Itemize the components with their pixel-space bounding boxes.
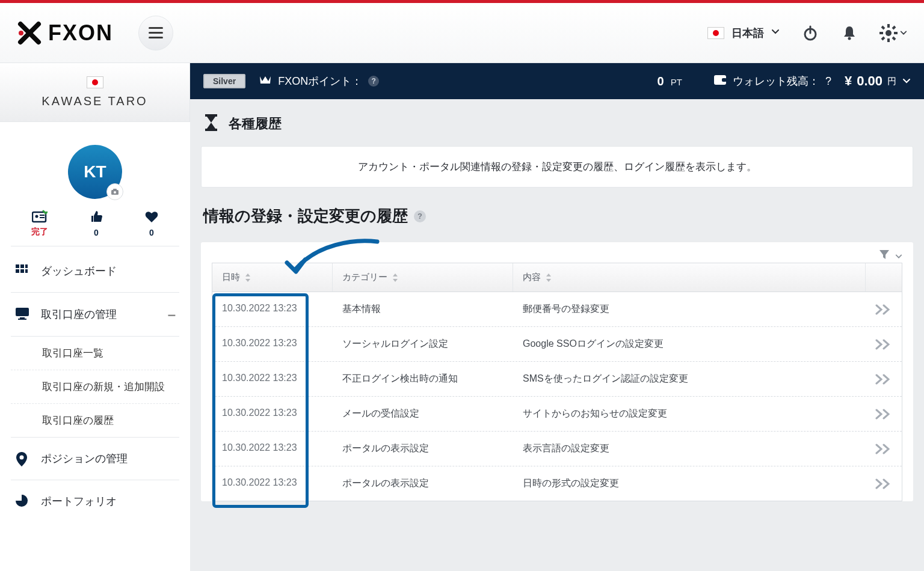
sort-icon [392, 273, 398, 282]
settings-button[interactable] [879, 24, 907, 42]
double-chevron-right-icon [875, 304, 892, 315]
svg-rect-26 [16, 308, 29, 316]
col-content[interactable]: 内容 [513, 263, 866, 292]
cell-content: SMSを使ったログイン認証の設定変更 [513, 362, 866, 396]
map-pin-icon [14, 451, 30, 466]
power-button[interactable] [801, 24, 819, 42]
svg-line-12 [882, 37, 884, 40]
row-expand[interactable] [866, 397, 902, 431]
section-title: 情報の登録・設定変更の履歴 [203, 206, 408, 227]
main-content: Silver FXONポイント： ? 0 PT ウォレット残高： ? [190, 63, 924, 571]
wallet-balance[interactable]: ¥ 0.00 円 [845, 73, 911, 89]
cell-datetime: 10.30.2022 13:23 [212, 292, 333, 326]
cell-category: ポータルの表示設定 [333, 466, 513, 501]
row-expand[interactable] [866, 292, 902, 326]
hamburger-menu-button[interactable] [138, 16, 173, 50]
nav-portfolio[interactable]: ポートフォリオ [11, 480, 179, 522]
status-bar: Silver FXONポイント： ? 0 PT ウォレット残高： ? [190, 63, 924, 99]
wallet-block: ウォレット残高： ? [713, 74, 831, 88]
row-expand[interactable] [866, 432, 902, 466]
svg-point-3 [848, 37, 851, 40]
col-actions [866, 263, 902, 292]
nav-dashboard[interactable]: ダッシュボード [11, 250, 179, 293]
table-filter[interactable] [201, 242, 913, 263]
page-title-row: 各種履歴 [190, 99, 924, 146]
nav-account-management[interactable]: 取引口座の管理 – [11, 293, 179, 337]
yen-symbol: ¥ [845, 73, 852, 89]
svg-rect-14 [113, 189, 117, 191]
table-row[interactable]: 10.30.2022 13:23基本情報郵便番号の登録変更 [212, 292, 902, 327]
cell-datetime: 10.30.2022 13:23 [212, 397, 333, 431]
cell-content: サイトからのお知らせの設定変更 [513, 397, 866, 431]
double-chevron-right-icon [875, 374, 892, 385]
points-value: 0 PT [658, 75, 682, 88]
double-chevron-right-icon [875, 478, 892, 489]
brand-logo[interactable]: FXON [17, 20, 113, 46]
cell-content: Google SSOログインの設定変更 [513, 327, 866, 361]
pie-chart-icon [14, 493, 30, 509]
page-description: アカウント・ポータル関連情報の登録・設定変更の履歴、ログイン履歴を表示します。 [201, 146, 913, 188]
history-card: 日時 カテゴリー 内容 10.30.2022 13:23基本情報郵便番号の登録変… [201, 242, 913, 501]
subnav-account-history[interactable]: 取引口座の履歴 [11, 403, 179, 437]
language-selector[interactable]: 日本語 [707, 26, 780, 40]
col-category[interactable]: カテゴリー [333, 263, 513, 292]
help-icon[interactable]: ? [414, 210, 426, 222]
hamburger-icon [149, 27, 163, 38]
cell-category: 不正ログイン検出時の通知 [333, 362, 513, 396]
avatar-initials: KT [84, 162, 106, 182]
camera-icon[interactable] [106, 183, 123, 200]
col-datetime[interactable]: 日時 [212, 263, 333, 292]
brand-logo-mark-icon [17, 20, 42, 46]
subnav-account-open[interactable]: 取引口座の新規・追加開設 [11, 370, 179, 403]
row-expand[interactable] [866, 466, 902, 501]
notifications-button[interactable] [841, 25, 858, 41]
table-row[interactable]: 10.30.2022 13:23メールの受信設定サイトからのお知らせの設定変更 [212, 397, 902, 432]
svg-rect-23 [16, 269, 19, 273]
table-row[interactable]: 10.30.2022 13:23不正ログイン検出時の通知SMSを使ったログイン認… [212, 362, 902, 397]
cell-category: 基本情報 [333, 292, 513, 326]
tier-badge: Silver [203, 74, 245, 88]
app-header: FXON 日本語 [0, 3, 924, 63]
svg-rect-21 [20, 264, 24, 268]
row-expand[interactable] [866, 362, 902, 396]
double-chevron-right-icon [875, 339, 892, 350]
svg-rect-32 [205, 114, 217, 117]
cell-datetime: 10.30.2022 13:23 [212, 466, 333, 501]
subnav-account-list[interactable]: 取引口座一覧 [11, 337, 179, 370]
thumbs-up-icon [89, 210, 103, 224]
svg-rect-33 [205, 129, 217, 131]
monitor-icon [14, 307, 30, 322]
nav-item-label: 取引口座の管理 [41, 307, 117, 322]
double-chevron-right-icon [875, 409, 892, 420]
points-label: FXONポイント： [278, 74, 362, 88]
profile-completion-stat[interactable]: 完了 [31, 210, 48, 237]
svg-line-11 [893, 26, 895, 29]
svg-line-9 [882, 26, 884, 29]
sidebar-header: KAWASE TARO [0, 63, 190, 122]
nav-item-label: ポートフォリオ [41, 494, 117, 508]
table-row[interactable]: 10.30.2022 13:23ソーシャルログイン設定Google SSOログイ… [212, 327, 902, 362]
cell-datetime: 10.30.2022 13:23 [212, 327, 333, 361]
help-icon[interactable]: ? [825, 75, 831, 88]
table-row[interactable]: 10.30.2022 13:23ポータルの表示設定日時の形式の設定変更 [212, 466, 902, 501]
cell-datetime: 10.30.2022 13:23 [212, 362, 333, 396]
chevron-down-icon [900, 29, 907, 37]
wallet-icon [713, 75, 727, 88]
flag-japan-icon [87, 76, 103, 88]
chevron-down-icon [902, 73, 911, 89]
sidebar-nav: ダッシュボード 取引口座の管理 – 取引口座一覧 取引口座の新規・追加開設 取引… [11, 250, 179, 522]
svg-rect-20 [16, 264, 19, 268]
row-expand[interactable] [866, 327, 902, 361]
language-label: 日本語 [732, 26, 764, 40]
page-title: 各種履歴 [229, 115, 282, 133]
likes-stat[interactable]: 0 [89, 210, 103, 237]
balance-amount: 0.00 [857, 73, 882, 89]
help-icon[interactable]: ? [368, 76, 379, 87]
cell-content: 表示言語の設定変更 [513, 432, 866, 466]
user-avatar[interactable]: KT [68, 145, 122, 199]
favorites-stat[interactable]: 0 [144, 210, 159, 237]
nav-position-management[interactable]: ポジションの管理 [11, 438, 179, 480]
table-row[interactable]: 10.30.2022 13:23ポータルの表示設定表示言語の設定変更 [212, 432, 902, 466]
svg-rect-22 [25, 264, 28, 268]
filter-icon [878, 248, 890, 260]
